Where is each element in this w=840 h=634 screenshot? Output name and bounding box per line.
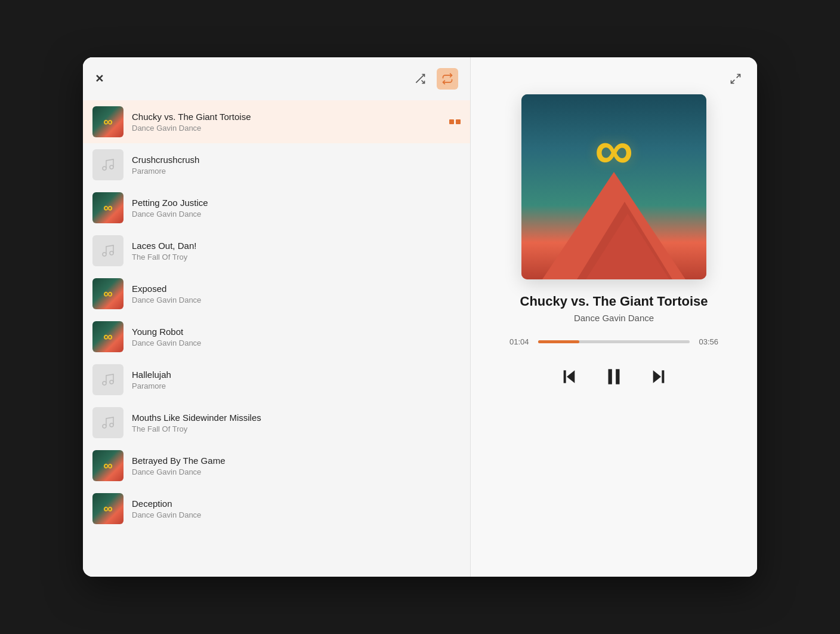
close-button[interactable]: ✕ <box>95 72 104 85</box>
track-thumbnail <box>92 106 123 137</box>
track-thumbnail <box>92 235 123 266</box>
playlist-item[interactable]: Hallelujah Paramore <box>83 358 470 401</box>
track-thumbnail <box>92 450 123 481</box>
playback-controls <box>560 365 668 388</box>
track-artist: Dance Gavin Dance <box>132 467 461 476</box>
playlist-item[interactable]: Chucky vs. The Giant Tortoise Dance Gavi… <box>83 100 470 143</box>
progress-bar[interactable] <box>538 340 690 343</box>
track-info: Petting Zoo Justice Dance Gavin Dance <box>132 198 461 218</box>
progress-container: 01:04 03:56 <box>509 337 718 346</box>
playlist-item[interactable]: Crushcrushcrush Paramore <box>83 143 470 186</box>
track-thumbnail <box>92 278 123 309</box>
track-artist: Dance Gavin Dance <box>132 338 461 347</box>
track-thumbnail <box>92 407 123 438</box>
player-panel: ∞ Chucky vs. The Giant Tortoise Dance Ga… <box>471 57 757 577</box>
track-title: Laces Out, Dan! <box>132 241 461 251</box>
track-artist: Dance Gavin Dance <box>132 510 461 519</box>
track-artist: Paramore <box>132 381 461 390</box>
player-top <box>483 69 745 88</box>
total-time: 03:56 <box>697 337 718 346</box>
track-thumbnail <box>92 364 123 395</box>
repeat-button[interactable] <box>437 68 458 90</box>
svg-marker-16 <box>653 370 661 383</box>
header-left: ✕ <box>95 72 104 85</box>
track-title: Crushcrushcrush <box>132 155 461 165</box>
playlist-item[interactable]: Deception Dance Gavin Dance <box>83 487 470 530</box>
svg-rect-13 <box>564 370 566 383</box>
main-content: ✕ <box>83 57 757 577</box>
album-cover-art: ∞ <box>521 94 706 279</box>
track-artist: Dance Gavin Dance <box>132 296 461 304</box>
infinity-decoration: ∞ <box>595 123 633 177</box>
svg-point-9 <box>110 423 113 427</box>
track-info: Mouths Like Sidewinder Missiles The Fall… <box>132 413 461 433</box>
track-info: Young Robot Dance Gavin Dance <box>132 327 461 347</box>
track-title: Petting Zoo Justice <box>132 198 461 208</box>
previous-button[interactable] <box>560 367 579 386</box>
track-thumbnail <box>92 192 123 223</box>
playlist-panel: ✕ <box>83 57 471 577</box>
track-artist: The Fall Of Troy <box>132 253 461 261</box>
playlist-item[interactable]: Laces Out, Dan! The Fall Of Troy <box>83 229 470 272</box>
current-time: 01:04 <box>509 337 531 346</box>
header-right <box>409 68 458 90</box>
playlist-items: Chucky vs. The Giant Tortoise Dance Gavi… <box>83 100 470 577</box>
svg-line-10 <box>737 75 740 78</box>
track-info: Betrayed By The Game Dance Gavin Dance <box>132 456 461 476</box>
playlist-item[interactable]: Young Robot Dance Gavin Dance <box>83 315 470 358</box>
track-title: Betrayed By The Game <box>132 456 461 466</box>
track-artist: Paramore <box>132 167 461 176</box>
svg-point-3 <box>110 165 113 169</box>
playlist-item[interactable]: Petting Zoo Justice Dance Gavin Dance <box>83 186 470 229</box>
svg-line-11 <box>731 80 735 84</box>
track-thumbnail <box>92 493 123 524</box>
playlist-item[interactable]: Exposed Dance Gavin Dance <box>83 272 470 315</box>
track-artist: Dance Gavin Dance <box>132 124 449 133</box>
app-window: ✕ <box>83 57 757 577</box>
track-title: Young Robot <box>132 327 461 337</box>
now-playing-artist: Dance Gavin Dance <box>574 313 654 323</box>
progress-fill <box>538 340 579 343</box>
svg-rect-15 <box>616 369 619 384</box>
svg-rect-17 <box>662 370 664 383</box>
expand-button[interactable] <box>726 69 745 88</box>
track-info: Crushcrushcrush Paramore <box>132 155 461 176</box>
track-title: Exposed <box>132 284 461 294</box>
track-title: Deception <box>132 498 461 509</box>
svg-point-7 <box>110 380 113 384</box>
track-info: Exposed Dance Gavin Dance <box>132 284 461 304</box>
svg-point-5 <box>110 251 113 255</box>
playlist-header: ✕ <box>83 57 470 100</box>
track-title: Hallelujah <box>132 370 461 380</box>
playlist-item[interactable]: Betrayed By The Game Dance Gavin Dance <box>83 444 470 487</box>
svg-point-6 <box>103 381 106 385</box>
track-info: Hallelujah Paramore <box>132 370 461 390</box>
track-title: Chucky vs. The Giant Tortoise <box>132 112 449 122</box>
svg-point-8 <box>103 424 106 428</box>
track-thumbnail <box>92 149 123 180</box>
track-info: Deception Dance Gavin Dance <box>132 498 461 519</box>
svg-rect-14 <box>609 369 612 384</box>
svg-marker-12 <box>567 370 575 383</box>
track-menu[interactable] <box>449 119 461 124</box>
track-info: Laces Out, Dan! The Fall Of Troy <box>132 241 461 261</box>
track-info: Chucky vs. The Giant Tortoise Dance Gavi… <box>132 112 449 133</box>
album-cover: ∞ <box>521 94 706 279</box>
next-button[interactable] <box>649 367 668 386</box>
playlist-item[interactable]: Mouths Like Sidewinder Missiles The Fall… <box>83 401 470 444</box>
track-title: Mouths Like Sidewinder Missiles <box>132 413 461 423</box>
track-artist: Dance Gavin Dance <box>132 210 461 218</box>
track-artist: The Fall Of Troy <box>132 424 461 433</box>
svg-point-4 <box>103 253 106 256</box>
track-thumbnail <box>92 321 123 352</box>
now-playing-title: Chucky vs. The Giant Tortoise <box>520 294 708 309</box>
svg-point-2 <box>103 167 106 170</box>
shuffle-button[interactable] <box>409 68 431 90</box>
pause-button[interactable] <box>603 365 625 388</box>
